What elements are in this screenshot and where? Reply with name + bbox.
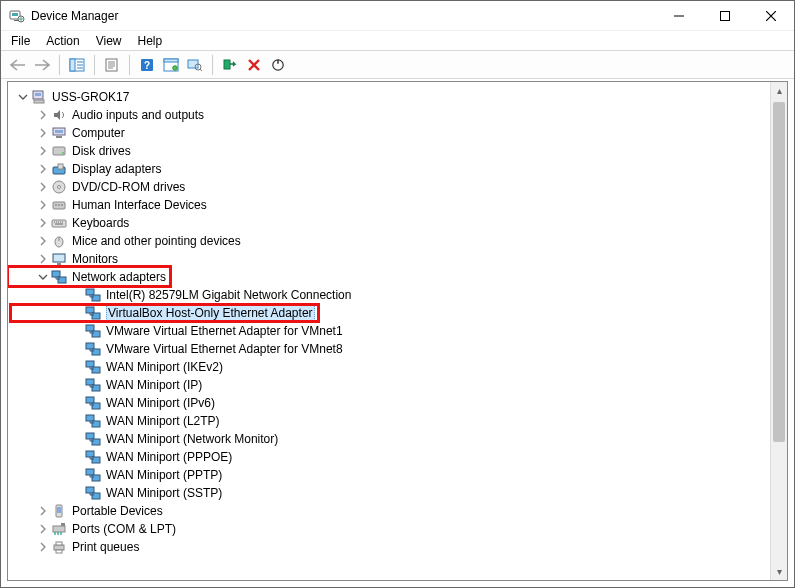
- tree-device[interactable]: VMware Virtual Ethernet Adapter for VMne…: [10, 322, 767, 340]
- tree-item-label: Display adapters: [72, 162, 161, 176]
- chevron-right-icon[interactable]: [36, 144, 50, 158]
- scrollbar-vertical[interactable]: ▴ ▾: [770, 82, 787, 580]
- tree-category[interactable]: Disk drives: [10, 142, 767, 160]
- svg-rect-67: [56, 542, 62, 545]
- svg-rect-54: [86, 433, 94, 439]
- tree-category[interactable]: Portable Devices: [10, 502, 767, 520]
- chevron-right-icon[interactable]: [36, 540, 50, 554]
- svg-rect-44: [86, 343, 94, 349]
- svg-rect-43: [92, 331, 100, 337]
- menu-view[interactable]: View: [96, 34, 122, 48]
- svg-rect-45: [92, 349, 100, 355]
- tree-device[interactable]: WAN Miniport (L2TP): [10, 412, 767, 430]
- tree-device[interactable]: WAN Miniport (IPv6): [10, 394, 767, 412]
- tree-device[interactable]: WAN Miniport (PPPOE): [10, 448, 767, 466]
- tree-category[interactable]: Print queues: [10, 538, 767, 556]
- network-icon: [84, 431, 102, 447]
- network-icon: [84, 395, 102, 411]
- chevron-down-icon[interactable]: [36, 270, 50, 284]
- network-icon: [84, 341, 102, 357]
- window-title: Device Manager: [31, 9, 656, 23]
- tree-category[interactable]: Display adapters: [10, 160, 767, 178]
- scrollbar-up-icon[interactable]: ▴: [771, 82, 787, 99]
- chevron-right-icon[interactable]: [36, 108, 50, 122]
- svg-rect-60: [86, 487, 94, 493]
- chevron-right-icon[interactable]: [36, 180, 50, 194]
- svg-rect-55: [92, 439, 100, 445]
- tree-device[interactable]: WAN Miniport (IP): [10, 376, 767, 394]
- svg-rect-20: [55, 130, 63, 133]
- app-icon: [9, 8, 25, 24]
- tree-category[interactable]: DVD/CD-ROM drives: [10, 178, 767, 196]
- chevron-right-icon[interactable]: [36, 198, 50, 212]
- tree-device[interactable]: VMware Virtual Ethernet Adapter for VMne…: [10, 340, 767, 358]
- chevron-right-icon[interactable]: [36, 522, 50, 536]
- toolbar: ?: [1, 51, 794, 79]
- chevron-right-icon[interactable]: [36, 216, 50, 230]
- tree-category[interactable]: Ports (COM & LPT): [10, 520, 767, 538]
- tree-category[interactable]: Monitors: [10, 250, 767, 268]
- tree-device[interactable]: Intel(R) 82579LM Gigabit Network Connect…: [10, 286, 767, 304]
- svg-rect-34: [53, 254, 65, 262]
- tree-device[interactable]: WAN Miniport (SSTP): [10, 484, 767, 502]
- chevron-down-icon[interactable]: [16, 90, 30, 104]
- svg-rect-56: [86, 451, 94, 457]
- disk-icon: [50, 143, 68, 159]
- chevron-right-icon[interactable]: [36, 234, 50, 248]
- tree-category[interactable]: Audio inputs and outputs: [10, 106, 767, 124]
- toolbar-help-button[interactable]: ?: [136, 54, 158, 76]
- tree-device[interactable]: WAN Miniport (IKEv2): [10, 358, 767, 376]
- tree-root[interactable]: USS-GROK17: [10, 88, 767, 106]
- svg-rect-42: [86, 325, 94, 331]
- menu-action[interactable]: Action: [46, 34, 79, 48]
- svg-rect-5: [70, 59, 75, 71]
- tree-category[interactable]: Network adapters: [10, 268, 767, 286]
- toolbar-show-hide-console-button[interactable]: [66, 54, 88, 76]
- tree-category[interactable]: Computer: [10, 124, 767, 142]
- tree-device[interactable]: WAN Miniport (Network Monitor): [10, 430, 767, 448]
- tree-category[interactable]: Mice and other pointing devices: [10, 232, 767, 250]
- toolbar-enable-button[interactable]: [219, 54, 241, 76]
- chevron-right-icon[interactable]: [36, 126, 50, 140]
- tree-device[interactable]: VirtualBox Host-Only Ethernet Adapter: [10, 304, 767, 322]
- tree-device[interactable]: WAN Miniport (PPTP): [10, 466, 767, 484]
- maximize-button[interactable]: [702, 1, 748, 30]
- svg-rect-49: [92, 385, 100, 391]
- toolbar-disable-button[interactable]: [267, 54, 289, 76]
- chevron-right-icon[interactable]: [36, 162, 50, 176]
- svg-rect-40: [86, 307, 94, 313]
- tree-item-label: WAN Miniport (IKEv2): [106, 360, 223, 374]
- svg-rect-58: [86, 469, 94, 475]
- menu-file[interactable]: File: [11, 34, 30, 48]
- minimize-button[interactable]: [656, 1, 702, 30]
- svg-rect-25: [58, 164, 63, 169]
- tree-category[interactable]: Keyboards: [10, 214, 767, 232]
- device-tree[interactable]: USS-GROK17Audio inputs and outputsComput…: [10, 88, 767, 556]
- chevron-right-icon[interactable]: [36, 504, 50, 518]
- printer-icon: [50, 539, 68, 555]
- svg-rect-59: [92, 475, 100, 481]
- network-icon: [50, 269, 68, 285]
- tree-item-label: WAN Miniport (PPTP): [106, 468, 222, 482]
- toolbar-scan-button[interactable]: [184, 54, 206, 76]
- toolbar-properties-button[interactable]: [101, 54, 123, 76]
- toolbar-uninstall-button[interactable]: [243, 54, 265, 76]
- close-button[interactable]: [748, 1, 794, 30]
- tree-item-label: DVD/CD-ROM drives: [72, 180, 185, 194]
- scrollbar-down-icon[interactable]: ▾: [771, 563, 787, 580]
- network-icon: [84, 467, 102, 483]
- svg-rect-36: [52, 271, 60, 277]
- tree-category[interactable]: Human Interface Devices: [10, 196, 767, 214]
- mouse-icon: [50, 233, 68, 249]
- toolbar-back-button[interactable]: [7, 54, 29, 76]
- chevron-right-icon[interactable]: [36, 252, 50, 266]
- toolbar-forward-button[interactable]: [31, 54, 53, 76]
- scrollbar-thumb[interactable]: [773, 102, 785, 442]
- svg-rect-38: [86, 289, 94, 295]
- root-icon: [30, 89, 48, 105]
- tree-item-label: Disk drives: [72, 144, 131, 158]
- toolbar-update-driver-button[interactable]: [160, 54, 182, 76]
- network-icon: [84, 377, 102, 393]
- tree-item-label: Print queues: [72, 540, 139, 554]
- menu-help[interactable]: Help: [138, 34, 163, 48]
